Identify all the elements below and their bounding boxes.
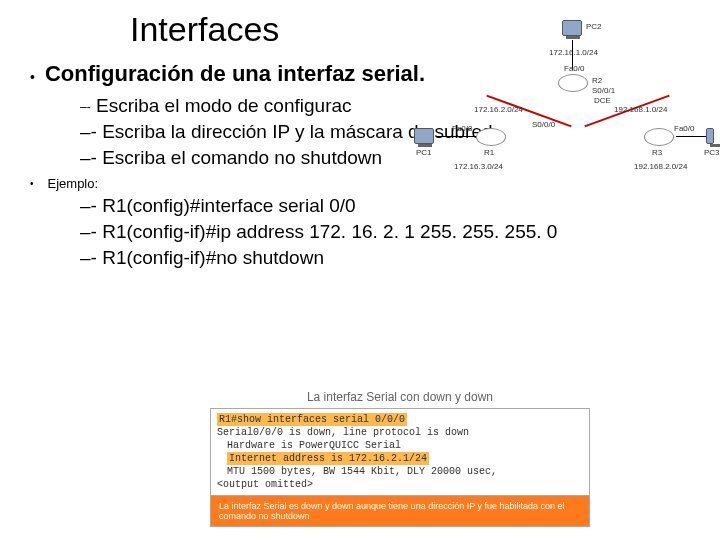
- example-text: R1(config-if)#no shutdown: [102, 247, 324, 268]
- ip-label: 192.168.2.0/24: [634, 162, 687, 171]
- terminal-line: Hardware is PowerQUICC Serial: [217, 439, 583, 452]
- router-icon: [644, 128, 674, 146]
- terminal-line: Internet address is 172.16.2.1/24: [227, 452, 429, 465]
- router-label: R3: [652, 148, 662, 157]
- ip-label: 192.168.1.0/24: [614, 105, 667, 114]
- link-line: [676, 136, 706, 137]
- dce-label: DCE: [594, 96, 611, 105]
- terminal-output: R1#show interfaces serial 0/0/0 Serial0/…: [210, 408, 590, 496]
- router-icon: [558, 74, 588, 92]
- sub-item-text: Escriba el modo de configurac: [96, 95, 352, 116]
- router-label: R2: [592, 76, 602, 85]
- terminal-caption: La interfaz Serial con down y down: [210, 390, 590, 404]
- network-topology-diagram: PC2 172.16.1.0/24 Fa0/0 R2 S0/0/1 DCE 17…: [414, 20, 714, 190]
- example-text: R1(config-if)#ip address 172. 16. 2. 1 2…: [102, 221, 557, 242]
- pc-icon: [414, 128, 434, 144]
- example-text: R1(config)#interface serial 0/0: [102, 195, 355, 216]
- example-item: –- R1(config-if)#ip address 172. 16. 2. …: [80, 219, 690, 245]
- pc-icon: [562, 20, 582, 36]
- terminal-footer-note: La interfaz Serial es down y down aunque…: [210, 496, 590, 527]
- ip-label: 172.16.3.0/24: [454, 162, 503, 171]
- example-list: –- R1(config)#interface serial 0/0 –- R1…: [80, 193, 690, 270]
- pc-icon: [706, 128, 714, 144]
- example-item: –- R1(config-if)#no shutdown: [80, 245, 690, 271]
- example-item: –- R1(config)#interface serial 0/0: [80, 193, 690, 219]
- main-bullet-text: Configuración de una interfaz serial.: [45, 61, 425, 87]
- link-line: [436, 136, 476, 137]
- port-label: S0/0/0: [532, 120, 555, 129]
- terminal-command: R1#show interfaces serial 0/0/0: [217, 413, 407, 426]
- ip-label: 172.16.2.0/24: [474, 105, 523, 114]
- pc-label: PC2: [586, 22, 602, 31]
- terminal-line: MTU 1500 bytes, BW 1544 Kbit, DLY 20000 …: [217, 465, 583, 478]
- pc-label: PC3: [704, 148, 720, 157]
- terminal-line: Serial0/0/0 is down, line protocol is do…: [217, 426, 583, 439]
- terminal-line: <output omitted>: [217, 478, 583, 491]
- port-label: Fa0/0: [674, 124, 694, 133]
- bullet-dot-icon: •: [30, 69, 35, 85]
- router-icon: [476, 128, 506, 146]
- terminal-capture: La interfaz Serial con down y down R1#sh…: [210, 390, 590, 527]
- port-label: S0/0/1: [592, 86, 615, 95]
- example-label: Ejemplo:: [48, 176, 99, 191]
- ip-label: 172.16.1.0/24: [549, 48, 598, 57]
- router-label: R1: [484, 148, 494, 157]
- bullet-dot-icon: •: [30, 178, 34, 189]
- port-label: Fa0/0: [564, 64, 584, 73]
- pc-label: PC1: [416, 148, 432, 157]
- sub-item-text: Escriba el comando no shutdown: [102, 147, 382, 168]
- port-label: Fa0/0: [452, 124, 472, 133]
